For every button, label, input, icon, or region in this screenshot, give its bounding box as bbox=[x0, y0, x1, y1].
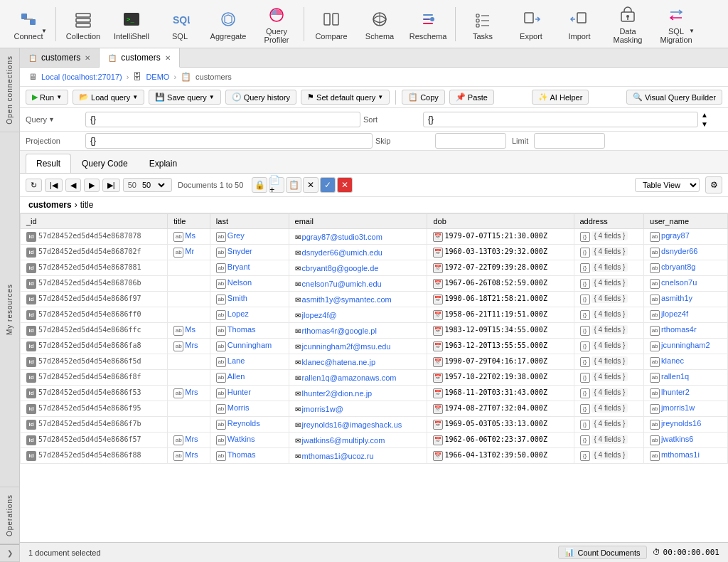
settings-button[interactable]: ⚙ bbox=[705, 176, 722, 193]
import-button[interactable]: Import bbox=[557, 4, 602, 44]
table-row[interactable]: id57d28452ed5d4d54e8686ffcabMsabThomas✉r… bbox=[21, 323, 728, 339]
connect-button[interactable]: Connect ▼ bbox=[6, 4, 51, 44]
limit-input[interactable] bbox=[534, 133, 605, 149]
query-profiler-button[interactable]: Query Profiler bbox=[254, 4, 299, 44]
table-row[interactable]: id57d28452ed5d4d54e8687078abMsabGrey✉pgr… bbox=[21, 229, 728, 245]
col-header-id[interactable]: _id bbox=[21, 214, 168, 229]
validate-icon[interactable]: ✓ bbox=[320, 177, 336, 193]
col-header-last[interactable]: last bbox=[210, 214, 289, 229]
table-row[interactable]: id57d28452ed5d4d54e8686f53abMrsabHunter✉… bbox=[21, 386, 728, 401]
table-row[interactable]: id57d28452ed5d4d54e8686f8fabAllen✉rallen… bbox=[21, 370, 728, 386]
breadcrumb-host[interactable]: Local (localhost:27017) bbox=[41, 73, 122, 81]
intellishell-button[interactable]: >_ IntelliShell bbox=[109, 4, 154, 44]
per-page-select[interactable]: 50100200 bbox=[139, 180, 167, 190]
query-input[interactable] bbox=[85, 112, 360, 127]
sidebar-item-open-connections[interactable]: Open connections bbox=[0, 48, 19, 132]
tab-customers-2[interactable]: 📋 customers ✕ bbox=[100, 48, 179, 68]
table-row[interactable]: id57d28452ed5d4d54e8686f7babReynolds✉jre… bbox=[21, 417, 728, 433]
count-documents-button[interactable]: 📊 Count Documents bbox=[558, 546, 646, 559]
table-row[interactable]: id57d28452ed5d4d54e8686fa8abMrsabCunning… bbox=[21, 339, 728, 354]
col-header-email[interactable]: email bbox=[289, 214, 427, 229]
sort-up-icon[interactable]: ▲ bbox=[701, 111, 722, 119]
table-row[interactable]: id57d28452ed5d4d54e868706babNelson✉cnels… bbox=[21, 276, 728, 292]
tab-close-1[interactable]: ✕ bbox=[85, 54, 90, 62]
discard-icon[interactable]: ✕ bbox=[337, 177, 353, 193]
schema-button[interactable]: Schema bbox=[357, 4, 402, 44]
tasks-button[interactable]: Tasks bbox=[460, 4, 505, 44]
table-row[interactable]: id57d28452ed5d4d54e8687081abBryant✉cbrya… bbox=[21, 260, 728, 276]
tab-customers-1[interactable]: 📋 customers ✕ bbox=[20, 48, 100, 67]
cell-title-5 bbox=[168, 307, 210, 323]
operations-label: Operations bbox=[6, 494, 14, 536]
collection-button[interactable]: Collection bbox=[60, 4, 106, 44]
projection-label-text: Projection bbox=[26, 137, 60, 145]
sort-down-icon[interactable]: ▼ bbox=[701, 120, 722, 128]
projection-input[interactable] bbox=[85, 133, 373, 149]
aggregate-button[interactable]: Aggregate bbox=[205, 4, 251, 44]
go-first-button[interactable]: |◀ bbox=[45, 179, 63, 192]
sidebar-item-my-resources[interactable]: My resources bbox=[0, 132, 19, 487]
set-default-button[interactable]: ⚑ Set default query ▼ bbox=[301, 90, 390, 105]
col-header-title[interactable]: title bbox=[168, 214, 210, 229]
paste-button[interactable]: 📌 Paste bbox=[449, 90, 494, 105]
visual-query-label: Visual Query Builder bbox=[645, 93, 716, 102]
run-arrow: ▼ bbox=[56, 94, 62, 100]
per-page-control[interactable]: 50 50100200 bbox=[123, 178, 172, 192]
visual-query-button[interactable]: 🔍 Visual Query Builder bbox=[626, 90, 722, 105]
table-row[interactable]: id57d28452ed5d4d54e8686f5dabLane✉klanec@… bbox=[21, 354, 728, 370]
reschema-button[interactable]: Reschema bbox=[405, 4, 451, 44]
cell-last-10: abHunter bbox=[210, 386, 289, 401]
tab-explain[interactable]: Explain bbox=[139, 154, 188, 173]
go-last-button[interactable]: ▶| bbox=[102, 179, 120, 192]
col-header-dob[interactable]: dob bbox=[427, 214, 574, 229]
query-dropdown-icon[interactable]: ▼ bbox=[48, 116, 55, 123]
sql-migration-button[interactable]: SQL Migration ▼ bbox=[653, 4, 699, 44]
data-table: _id title last email dob address user_na… bbox=[20, 213, 728, 464]
sidebar-bottom-arrow[interactable]: ❯ bbox=[0, 544, 19, 562]
tab-query-code[interactable]: Query Code bbox=[71, 154, 139, 173]
go-next-button[interactable]: ▶ bbox=[84, 179, 100, 192]
save-query-arrow: ▼ bbox=[209, 94, 215, 100]
save-query-button[interactable]: 💾 Save query ▼ bbox=[149, 90, 221, 105]
col-header-username[interactable]: user_name bbox=[644, 214, 728, 229]
data-masking-button[interactable]: Data Masking bbox=[605, 4, 651, 44]
table-row[interactable]: id57d28452ed5d4d54e8686f88abMrsabThomas✉… bbox=[21, 448, 728, 464]
load-query-label: Load query bbox=[91, 93, 130, 102]
table-header-row: _id title last email dob address user_na… bbox=[21, 214, 728, 229]
breadcrumb-collection: customers bbox=[196, 73, 232, 81]
refresh-button[interactable]: ↻ bbox=[26, 179, 42, 192]
delete-doc-icon[interactable]: ✕ bbox=[303, 177, 318, 193]
clone-doc-icon[interactable]: 📋 bbox=[286, 177, 301, 193]
run-button[interactable]: ▶ Run ▼ bbox=[26, 90, 68, 105]
compare-button[interactable]: Compare bbox=[309, 4, 354, 44]
breadcrumb-db[interactable]: DEMO bbox=[146, 73, 169, 81]
sort-input[interactable] bbox=[423, 112, 698, 127]
table-row[interactable]: id57d28452ed5d4d54e8686f57abMrsabWatkins… bbox=[21, 433, 728, 448]
col-header-address[interactable]: address bbox=[574, 214, 644, 229]
tab-result[interactable]: Result bbox=[26, 154, 71, 173]
ai-helper-button[interactable]: ✨ AI Helper bbox=[532, 90, 589, 105]
result-collection: customers bbox=[28, 200, 72, 210]
go-prev-button[interactable]: ◀ bbox=[65, 179, 81, 192]
table-row[interactable]: id57d28452ed5d4d54e868702fabMrabSnyder✉d… bbox=[21, 245, 728, 260]
sidebar-item-operations[interactable]: Operations bbox=[0, 487, 19, 544]
sql-button[interactable]: SQL SQL bbox=[157, 4, 203, 44]
cell-address-11: {}{ 4 fields } bbox=[574, 401, 644, 417]
copy-button[interactable]: 📋 Copy bbox=[402, 90, 445, 105]
skip-input[interactable] bbox=[435, 133, 506, 149]
tasks-label: Tasks bbox=[473, 32, 493, 41]
cell-address-12: {}{ 4 fields } bbox=[574, 417, 644, 433]
tab-close-2[interactable]: ✕ bbox=[165, 54, 171, 62]
table-view-control[interactable]: Table View Tree View JSON View bbox=[635, 178, 700, 192]
query-history-button[interactable]: 🕐 Query history bbox=[225, 90, 296, 105]
table-row[interactable]: id57d28452ed5d4d54e8686ff0abLopez✉jlopez… bbox=[21, 307, 728, 323]
table-view-select[interactable]: Table View Tree View JSON View bbox=[635, 178, 700, 192]
svg-text:>_: >_ bbox=[127, 16, 134, 23]
table-row[interactable]: id57d28452ed5d4d54e8686f95abMorris✉jmorr… bbox=[21, 401, 728, 417]
lock-icon[interactable]: 🔒 bbox=[252, 177, 267, 193]
add-doc-icon[interactable]: 📄+ bbox=[269, 177, 284, 193]
load-query-button[interactable]: 📂 Load query ▼ bbox=[73, 90, 144, 105]
table-row[interactable]: id57d28452ed5d4d54e8686f97abSmith✉asmith… bbox=[21, 292, 728, 307]
export-button[interactable]: Export bbox=[508, 4, 554, 44]
cell-title-12 bbox=[168, 417, 210, 433]
